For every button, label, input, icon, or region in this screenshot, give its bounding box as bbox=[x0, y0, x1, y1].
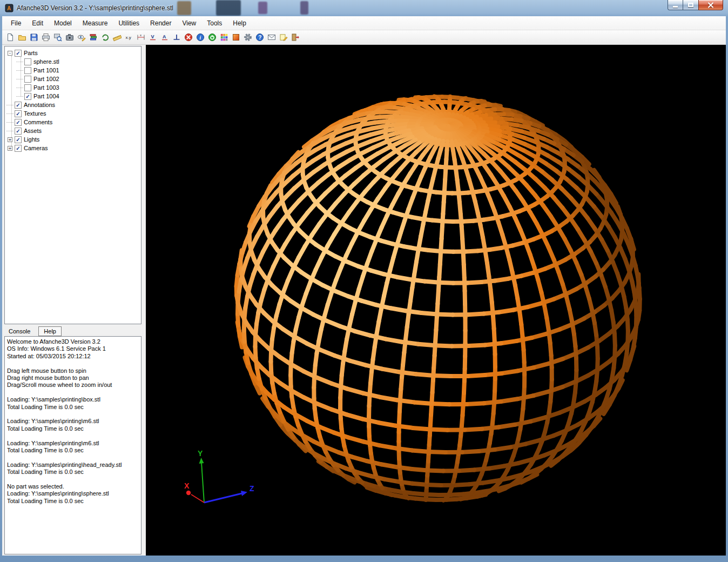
toolbar-button-measure-angle[interactable]: A bbox=[159, 31, 171, 44]
view-annotations-icon bbox=[77, 33, 86, 42]
menu-render[interactable]: Render bbox=[145, 17, 177, 29]
toolbar-button-measure-vertex[interactable]: V bbox=[147, 31, 159, 44]
tree-checkbox[interactable]: ✓ bbox=[15, 119, 22, 126]
minimize-button[interactable] bbox=[668, 0, 683, 10]
tree-item-part-1002[interactable]: Part 1002 bbox=[16, 75, 141, 83]
menu-edit[interactable]: Edit bbox=[26, 17, 49, 29]
console-line: Drag left mouse button to spin bbox=[7, 367, 139, 374]
close-button[interactable] bbox=[698, 0, 723, 10]
tree-item-textures[interactable]: ✓Textures bbox=[6, 109, 141, 118]
main-area: -✓Partssphere.stlPart 1001Part 1002Part … bbox=[2, 45, 726, 556]
tree-checkbox[interactable]: ✓ bbox=[15, 128, 22, 135]
tree-checkbox[interactable]: ✓ bbox=[15, 102, 22, 109]
toolbar-button-dimension-x[interactable]: x bbox=[135, 31, 147, 44]
menu-utilities[interactable]: Utilities bbox=[113, 17, 145, 29]
tab-console[interactable]: Console bbox=[4, 326, 36, 336]
viewport-3d[interactable]: Y Z X bbox=[146, 45, 726, 556]
tree-connector bbox=[16, 62, 23, 62]
capture-view-icon bbox=[65, 33, 74, 42]
tree-checkbox[interactable]: ✓ bbox=[15, 50, 22, 57]
toolbar-button-capture-view[interactable] bbox=[64, 31, 76, 44]
toolbar-button-color-grid[interactable] bbox=[218, 31, 230, 44]
aero-glass-artifact bbox=[216, 0, 241, 16]
console-line: Started at: 05/03/2015 20:12:12 bbox=[7, 353, 139, 360]
tree-item-part-1001[interactable]: Part 1001 bbox=[16, 66, 141, 75]
menu-view[interactable]: View bbox=[177, 17, 201, 29]
tree-item-part-1003[interactable]: Part 1003 bbox=[16, 83, 141, 92]
toolbar-button-save[interactable] bbox=[28, 31, 40, 44]
console-output[interactable]: Welcome to Afanche3D Version 3.2OS Info:… bbox=[4, 336, 141, 554]
window-content: FileEditModelMeasureUtilitiesRenderViewT… bbox=[2, 16, 726, 556]
tree-connector bbox=[16, 79, 23, 79]
toolbar-button-print-preview[interactable] bbox=[52, 31, 64, 44]
toolbar-button-help[interactable]: ? bbox=[254, 31, 266, 44]
toolbar-button-power[interactable] bbox=[206, 31, 218, 44]
toolbar-button-rotate-view[interactable] bbox=[99, 31, 111, 44]
toolbar-button-delete[interactable] bbox=[183, 31, 194, 44]
menu-file[interactable]: File bbox=[5, 17, 26, 29]
tree-item-parts[interactable]: -✓Parts bbox=[6, 49, 141, 57]
collapse-icon[interactable]: - bbox=[8, 51, 12, 56]
layers-icon bbox=[89, 33, 98, 42]
tree-checkbox[interactable] bbox=[24, 67, 31, 74]
menu-model[interactable]: Model bbox=[49, 17, 77, 29]
tree-item-sphere-stl[interactable]: sphere.stl bbox=[16, 57, 141, 66]
title-bar[interactable]: A Afanche3D Version 3.2 - Y:\samples\pri… bbox=[0, 0, 728, 16]
svg-text:x.y: x.y bbox=[126, 35, 131, 40]
menu-measure[interactable]: Measure bbox=[77, 17, 113, 29]
tree-view: -✓Partssphere.stlPart 1001Part 1002Part … bbox=[4, 46, 141, 324]
tree-item-label: Comments bbox=[24, 119, 52, 125]
menu-help[interactable]: Help bbox=[227, 17, 252, 29]
toolbar-button-email[interactable] bbox=[266, 31, 278, 44]
toolbar-button-measure-perpendicular[interactable] bbox=[171, 31, 183, 44]
tree-checkbox[interactable] bbox=[24, 58, 31, 65]
sphere-lattice bbox=[237, 96, 640, 500]
tree-item-label: Part 1004 bbox=[33, 93, 59, 99]
bottom-tab-strip: Console Help bbox=[4, 325, 141, 336]
print-icon bbox=[42, 33, 50, 42]
tree-item-label: Part 1002 bbox=[33, 76, 59, 82]
toolbar-button-layers[interactable] bbox=[87, 31, 99, 44]
toolbar-button-new-document[interactable] bbox=[4, 31, 16, 44]
expand-icon[interactable]: + bbox=[8, 137, 12, 142]
tree-item-label: Lights bbox=[24, 136, 39, 143]
maximize-button[interactable] bbox=[683, 0, 698, 10]
toolbar-button-info[interactable]: i bbox=[194, 31, 206, 44]
toolbar-button-measure-ruler[interactable] bbox=[111, 31, 123, 44]
toolbar-button-view-annotations[interactable] bbox=[76, 31, 87, 44]
tree-item-cameras[interactable]: +✓Cameras bbox=[6, 144, 141, 152]
menu-tools[interactable]: Tools bbox=[201, 17, 227, 29]
tab-help[interactable]: Help bbox=[38, 326, 62, 336]
tree-item-annotations[interactable]: ✓Annotations bbox=[6, 101, 141, 109]
tree-checkbox[interactable] bbox=[24, 76, 31, 83]
toolbar-button-material-swatch[interactable] bbox=[230, 31, 242, 44]
expand-icon[interactable]: + bbox=[8, 146, 12, 151]
tree-checkbox[interactable]: ✓ bbox=[15, 136, 22, 143]
console-line: Loading: Y:\samples\printing\box.stl bbox=[7, 396, 139, 403]
toolbar-button-coordinate-readout[interactable]: x.y bbox=[123, 31, 135, 44]
tree-item-comments[interactable]: ✓Comments bbox=[6, 118, 141, 126]
tree-item-label: Part 1001 bbox=[33, 67, 59, 73]
tree-item-lights[interactable]: +✓Lights bbox=[6, 135, 141, 144]
close-icon bbox=[707, 2, 714, 8]
console-line: Drag/Scroll mouse wheel to zoom in/out bbox=[7, 382, 139, 389]
toolbar-button-print[interactable] bbox=[40, 31, 52, 44]
maximize-icon bbox=[688, 3, 693, 7]
panel-splitter[interactable] bbox=[141, 45, 146, 556]
tree-checkbox[interactable]: ✓ bbox=[15, 110, 22, 117]
toolbar-button-settings-gear[interactable] bbox=[242, 31, 254, 44]
tree-checkbox[interactable] bbox=[24, 84, 31, 91]
power-icon bbox=[208, 33, 217, 42]
toolbar-button-open-folder[interactable] bbox=[16, 31, 28, 44]
tree-item-label: Textures bbox=[24, 110, 46, 117]
toolbar-button-feedback[interactable] bbox=[278, 31, 289, 44]
tree-item-part-1004[interactable]: ✓Part 1004 bbox=[16, 92, 141, 101]
svg-text:?: ? bbox=[258, 35, 261, 41]
color-grid-icon bbox=[220, 33, 228, 42]
tree-checkbox[interactable]: ✓ bbox=[24, 93, 31, 100]
tree-checkbox[interactable]: ✓ bbox=[15, 145, 22, 152]
console-line: Total Loading Time is 0.0 sec bbox=[7, 498, 139, 505]
tree-item-label: Parts bbox=[24, 50, 38, 56]
tree-item-assets[interactable]: ✓Assets bbox=[6, 126, 141, 135]
toolbar-button-exit[interactable] bbox=[289, 31, 301, 44]
